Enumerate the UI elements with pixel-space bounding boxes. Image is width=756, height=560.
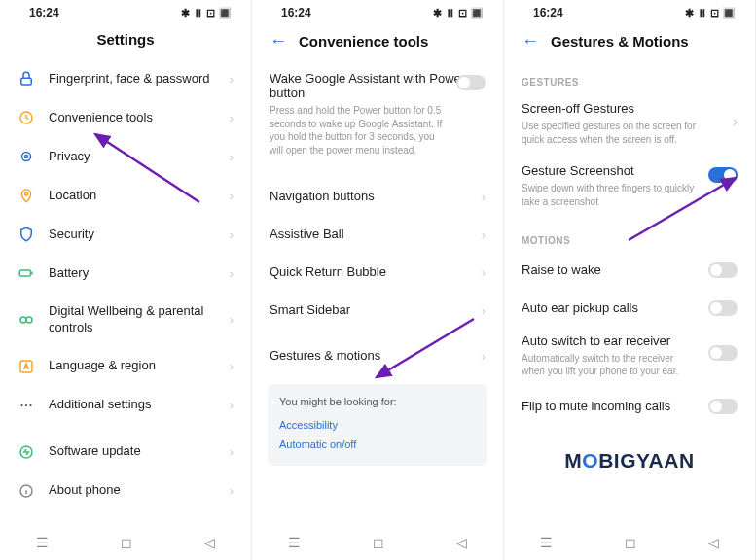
row-language[interactable]: Language & region › (0, 347, 251, 386)
page-title: Gestures & Motions (551, 33, 689, 50)
nav-home-icon[interactable]: ◻ (373, 535, 384, 550)
nav-back-icon[interactable]: ◁ (204, 535, 215, 550)
wellbeing-icon (18, 311, 35, 329)
label: Location (49, 188, 216, 204)
nav-bar: ☰ ◻ ◁ (504, 523, 755, 560)
page-title: Convenience tools (299, 33, 428, 50)
nav-home-icon[interactable]: ◻ (625, 535, 636, 550)
status-icons: ✱ ⏸ ⊡ 🔳 (433, 7, 484, 19)
status-bar: 16:24 ✱ ⏸ ⊡ 🔳 (504, 0, 755, 21)
convenience-screen: 16:24 ✱ ⏸ ⊡ 🔳 ← Convenience tools Wake G… (252, 0, 504, 560)
row-wellbeing[interactable]: Digital Wellbeing & parental controls › (0, 293, 251, 347)
gestures-list: GESTURES Screen-off Gestures Use specifi… (504, 63, 755, 523)
setting-desc: Automatically switch to the receiver whe… (522, 352, 738, 378)
label: Smart Sidebar (270, 302, 468, 319)
chevron-right-icon: › (230, 398, 234, 412)
settings-list: Fingerprint, face & password › Convenien… (0, 59, 251, 523)
privacy-icon (18, 148, 35, 165)
nav-recent-icon[interactable]: ☰ (288, 535, 301, 550)
section-motions: MOTIONS (504, 222, 755, 252)
chevron-right-icon: › (230, 189, 234, 203)
label: Convenience tools (49, 110, 216, 126)
row-auto-switch-receiver[interactable]: Auto switch to ear receiver Automaticall… (504, 328, 755, 388)
setting-title: Screen-off Gestures (522, 101, 738, 116)
row-convenience-tools[interactable]: Convenience tools › (0, 98, 251, 137)
svg-point-2 (22, 153, 31, 161)
section-gestures: GESTURES (504, 63, 755, 93)
row-assistive-ball[interactable]: Assistive Ball › (252, 216, 503, 254)
row-additional[interactable]: Additional settings › (0, 386, 251, 425)
info-icon (18, 482, 35, 500)
link-accessibility[interactable]: Accessibility (279, 415, 476, 435)
location-icon (18, 187, 35, 204)
chevron-right-icon: › (230, 359, 234, 373)
status-icons: ✱ ⏸ ⊡ 🔳 (685, 7, 736, 19)
setting-title: Wake Google Assistant with Power button (270, 71, 486, 100)
row-battery[interactable]: Battery › (0, 254, 251, 293)
svg-rect-5 (19, 270, 30, 276)
page-title: Settings (96, 31, 154, 48)
battery-icon (18, 264, 35, 282)
toggle-off[interactable] (708, 300, 738, 316)
label: Auto ear pickup calls (522, 300, 695, 317)
row-raise-to-wake[interactable]: Raise to wake (504, 252, 755, 290)
row-screen-off-gestures[interactable]: Screen-off Gestures Use specified gestur… (504, 93, 755, 156)
link-auto-onoff[interactable]: Automatic on/off (279, 435, 476, 454)
chevron-right-icon: › (230, 444, 234, 459)
svg-point-10 (25, 404, 27, 406)
label: Navigation buttons (270, 189, 468, 205)
status-time: 16:24 (533, 6, 563, 19)
chevron-right-icon: › (482, 228, 486, 242)
update-icon (18, 443, 35, 461)
chevron-right-icon: › (230, 150, 234, 164)
row-software-update[interactable]: Software update › (0, 433, 251, 472)
row-gestures-motions[interactable]: Gestures & motions › (252, 337, 503, 375)
svg-point-4 (25, 192, 28, 195)
wake-assistant-setting[interactable]: Wake Google Assistant with Power button … (252, 63, 503, 170)
setting-title: Auto switch to ear receiver (522, 333, 738, 348)
row-quick-return[interactable]: Quick Return Bubble › (252, 254, 503, 292)
toggle-off[interactable] (456, 75, 486, 90)
more-icon (18, 397, 35, 414)
header: ← Convenience tools (252, 21, 503, 63)
chevron-right-icon: › (733, 113, 738, 130)
nav-home-icon[interactable]: ◻ (121, 535, 132, 550)
chevron-right-icon: › (230, 483, 234, 498)
row-navigation-buttons[interactable]: Navigation buttons › (252, 178, 503, 216)
row-gesture-screenshot[interactable]: Gesture Screenshot Swipe down with three… (504, 156, 755, 222)
chevron-right-icon: › (230, 72, 234, 87)
row-security[interactable]: Security › (0, 215, 251, 254)
toggle-on[interactable] (708, 167, 738, 183)
toggle-off[interactable] (708, 345, 738, 361)
chevron-right-icon: › (482, 190, 486, 204)
nav-recent-icon[interactable]: ☰ (540, 535, 553, 550)
toggle-off[interactable] (708, 399, 738, 414)
row-fingerprint[interactable]: Fingerprint, face & password › (0, 59, 251, 98)
toggle-off[interactable] (708, 262, 738, 278)
row-smart-sidebar[interactable]: Smart Sidebar › (252, 292, 503, 330)
row-about[interactable]: About phone › (0, 472, 251, 510)
back-arrow-icon[interactable]: ← (522, 31, 539, 52)
nav-back-icon[interactable]: ◁ (708, 535, 719, 550)
header: Settings (0, 21, 251, 59)
status-time: 16:24 (281, 6, 311, 19)
svg-point-9 (20, 404, 22, 406)
label: Battery (49, 265, 216, 282)
setting-desc: Press and hold the Power button for 0.5 … (270, 104, 486, 157)
label: About phone (49, 482, 216, 499)
row-auto-ear-pickup[interactable]: Auto ear pickup calls (504, 290, 755, 328)
svg-point-7 (26, 317, 32, 323)
back-arrow-icon[interactable]: ← (270, 31, 287, 52)
settings-screen: 16:24 ✱ ⏸ ⊡ 🔳 Settings Fingerprint, face… (0, 0, 252, 560)
label: Fingerprint, face & password (49, 71, 216, 88)
setting-desc: Use specified gestures on the screen for… (522, 120, 738, 146)
row-privacy[interactable]: Privacy › (0, 137, 251, 176)
gestures-screen: 16:24 ✱ ⏸ ⊡ 🔳 ← Gestures & Motions GESTU… (504, 0, 756, 560)
nav-bar: ☰ ◻ ◁ (252, 523, 503, 560)
label: Language & region (49, 358, 216, 374)
nav-recent-icon[interactable]: ☰ (36, 535, 49, 550)
nav-back-icon[interactable]: ◁ (456, 535, 467, 550)
row-location[interactable]: Location › (0, 176, 251, 215)
row-flip-to-mute[interactable]: Flip to mute incoming calls (504, 388, 755, 426)
label: Flip to mute incoming calls (522, 399, 695, 415)
